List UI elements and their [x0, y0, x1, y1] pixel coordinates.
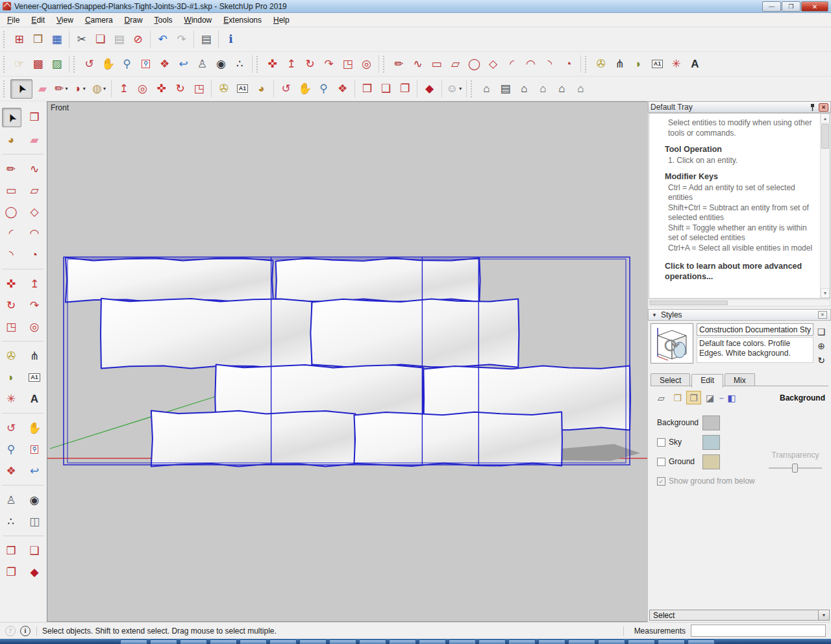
sky-color-swatch[interactable]	[702, 435, 720, 450]
paste-button[interactable]: ▤	[110, 31, 128, 48]
circle-button[interactable]: ◯	[465, 55, 483, 73]
eraser-button[interactable]: ▰	[25, 130, 43, 149]
tape-measure-button[interactable]: ✇	[592, 55, 610, 73]
taskbar-app-button[interactable]	[299, 639, 327, 644]
view-back-button[interactable]: ⌂	[553, 80, 571, 97]
offset-button[interactable]: ◎	[358, 55, 375, 73]
arc-button[interactable]: ◜	[503, 55, 521, 73]
restore-button[interactable]: ❐	[782, 1, 800, 12]
menu-draw[interactable]: Draw	[119, 14, 149, 27]
pan-button[interactable]: ✋	[99, 55, 117, 73]
arc-button[interactable]: ◜	[2, 224, 20, 242]
redo-button[interactable]: ↷	[173, 31, 190, 48]
scroll-up-icon[interactable]: ▲	[821, 114, 830, 123]
taskbar-app-button[interactable]	[240, 639, 267, 644]
3d-warehouse-button[interactable]: ❒	[2, 541, 20, 560]
open-model-button[interactable]: ❒	[29, 31, 47, 48]
modeling-settings-button[interactable]: ◧	[725, 391, 739, 404]
3d-text-button[interactable]: A	[686, 55, 704, 73]
extension-warehouse-button[interactable]: ◆	[421, 80, 438, 97]
tab-mix[interactable]: Mix	[725, 373, 755, 386]
look-around-button[interactable]: ◉	[212, 55, 230, 73]
geolocation-icon[interactable]: ?	[5, 626, 16, 636]
cursor-tool-button[interactable]: ☞	[10, 55, 28, 73]
paint-bucket-button[interactable]: ◕	[253, 80, 270, 97]
pie-button[interactable]: ◔	[25, 245, 43, 264]
taskbar-app-button[interactable]	[508, 639, 536, 644]
position-camera-button[interactable]: ♙	[2, 491, 20, 509]
share-component-button[interactable]: ❐	[396, 80, 414, 97]
dimension-button[interactable]: ⋔	[611, 55, 628, 73]
plank[interactable]	[310, 299, 519, 367]
view-top-button[interactable]: ▤	[497, 80, 514, 97]
taskbar-app-button[interactable]	[449, 639, 476, 644]
previous-view-button[interactable]: ↩	[25, 462, 43, 480]
shapes-button[interactable]: ◍▾	[90, 80, 108, 97]
taskbar-app-button[interactable]	[478, 639, 506, 644]
background-color-swatch[interactable]	[702, 415, 720, 430]
taskbar-app-button[interactable]	[419, 639, 446, 644]
plank[interactable]	[354, 412, 562, 467]
model-info-button[interactable]: ℹ	[222, 31, 240, 48]
zoom-extents-button[interactable]: ❖	[156, 55, 173, 73]
dimension-button[interactable]: ⋔	[25, 347, 43, 365]
watermark-settings-button[interactable]: ◪	[702, 391, 717, 404]
view-right-button[interactable]: ⌂	[534, 80, 552, 97]
tab-select[interactable]: Select	[651, 373, 690, 386]
zoom-window-button[interactable]: ⚲	[25, 440, 43, 458]
menu-tools[interactable]: Tools	[149, 14, 179, 27]
share-model-button[interactable]: ❑	[25, 541, 43, 560]
select-button[interactable]: ➤	[2, 108, 21, 127]
undo-button[interactable]: ↶	[154, 31, 171, 48]
move-button[interactable]: ✜	[2, 275, 20, 293]
combo-dropdown-button[interactable]: ▼	[818, 610, 829, 620]
plank[interactable]	[151, 411, 356, 467]
walk-button[interactable]: ∴	[231, 55, 249, 73]
push-pull-button[interactable]: ↥	[115, 80, 132, 97]
pan-button[interactable]: ✋	[25, 419, 43, 437]
protractor-button[interactable]: ◗	[630, 55, 647, 73]
menu-help[interactable]: Help	[267, 14, 295, 27]
share-model-button[interactable]: ❑	[377, 80, 395, 97]
taskbar-app-button[interactable]	[688, 639, 715, 644]
pin-icon[interactable]	[808, 103, 817, 112]
menu-extensions[interactable]: Extensions	[217, 14, 267, 27]
3d-text-button[interactable]: A	[25, 390, 43, 408]
info-icon[interactable]: i	[20, 626, 31, 636]
pan-button[interactable]: ✋	[296, 80, 314, 97]
menu-camera[interactable]: Camera	[79, 14, 119, 27]
zoom-extents-button[interactable]: ❖	[2, 462, 20, 480]
edge-settings-button[interactable]: ▱	[654, 391, 669, 404]
menu-window[interactable]: Window	[179, 14, 218, 27]
tool-combo[interactable]: Select ▼	[649, 610, 830, 621]
move-button[interactable]: ✜	[264, 55, 281, 73]
styles-panel-header[interactable]: ▼ Styles ✕	[648, 309, 831, 321]
styles-close-button[interactable]: ✕	[818, 311, 827, 319]
rotate-button[interactable]: ↻	[2, 296, 20, 314]
rotated-rectangle-button[interactable]: ▱	[447, 55, 464, 73]
sign-in-button[interactable]: ☺▾	[445, 80, 463, 97]
freehand-button[interactable]: ∿	[25, 160, 43, 178]
tape-measure-button[interactable]: ✇	[2, 347, 20, 365]
freehand-button[interactable]: ∿	[409, 55, 427, 73]
update-style-button[interactable]: ↻	[815, 354, 828, 367]
circle-button[interactable]: ◯	[2, 203, 20, 221]
taskbar-app-button[interactable]	[269, 639, 297, 644]
text-button[interactable]: A1	[234, 80, 251, 97]
viewport-canvas[interactable]: Front	[47, 101, 647, 622]
orbit-button[interactable]: ↺	[81, 55, 98, 73]
face-settings-button[interactable]: ❒	[670, 391, 685, 404]
style-name-input[interactable]: Construction Documentation Sty	[697, 323, 813, 336]
windows-taskbar[interactable]	[0, 639, 831, 644]
scale-button[interactable]: ◳	[190, 80, 208, 97]
zoom-button[interactable]: ⚲	[315, 80, 332, 97]
ground-color-swatch[interactable]	[702, 454, 720, 469]
walk-button[interactable]: ∴	[2, 512, 20, 530]
scale-button[interactable]: ◳	[339, 55, 356, 73]
share-component-button[interactable]: ❐	[2, 563, 20, 581]
plank[interactable]	[276, 258, 480, 302]
sky-checkbox[interactable]	[657, 438, 665, 447]
text-button[interactable]: A1	[25, 368, 43, 386]
tape-measure-button[interactable]: ✇	[215, 80, 232, 97]
ground-checkbox[interactable]	[657, 458, 665, 466]
